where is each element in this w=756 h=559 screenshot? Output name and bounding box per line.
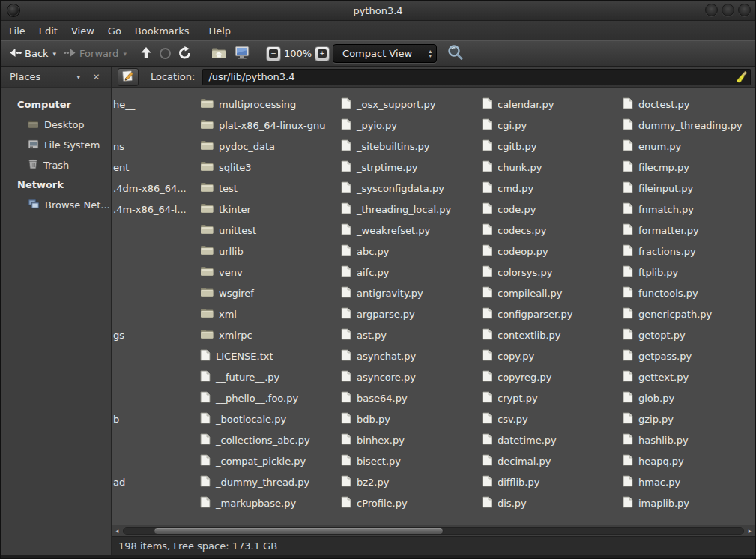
zoom-in-button[interactable]: + xyxy=(315,46,330,61)
file-item[interactable]: datetime.py xyxy=(482,429,623,450)
file-item[interactable]: codeop.py xyxy=(482,241,623,262)
chevron-down-icon[interactable]: ▾ xyxy=(76,73,80,81)
scrollbar-thumb[interactable] xyxy=(154,528,444,534)
minimize-button[interactable] xyxy=(705,4,718,16)
file-item[interactable]: _collections_abc.py xyxy=(200,429,341,450)
file-item[interactable]: functools.py xyxy=(623,282,750,303)
file-item[interactable]: _osx_support.py xyxy=(341,94,482,115)
file-item[interactable]: getopt.py xyxy=(623,324,750,345)
places-pane-selector[interactable]: Places ▾ ✕ xyxy=(1,67,111,88)
file-item[interactable]: hmac.py xyxy=(623,471,750,492)
menu-item-help[interactable]: Help xyxy=(202,22,238,40)
back-button[interactable]: Back ▾ xyxy=(5,45,60,63)
file-item[interactable]: _threading_local.py xyxy=(341,199,482,220)
file-item[interactable]: fileinput.py xyxy=(623,178,750,199)
file-item[interactable]: decimal.py xyxy=(482,450,623,471)
file-item[interactable]: getpass.py xyxy=(623,345,750,366)
clipped-file-item[interactable]: ns xyxy=(113,136,200,157)
file-item[interactable]: fractions.py xyxy=(623,241,750,262)
folder-item[interactable]: plat-x86_64-linux-gnu xyxy=(200,115,341,136)
folder-item[interactable]: venv xyxy=(200,262,341,282)
menu-item-go[interactable]: Go xyxy=(101,22,128,40)
folder-item[interactable]: sqlite3 xyxy=(200,157,341,178)
file-item[interactable]: compileall.py xyxy=(482,282,623,303)
close-button[interactable] xyxy=(738,4,751,16)
file-item[interactable]: codecs.py xyxy=(482,220,623,241)
file-item[interactable]: cgi.py xyxy=(482,115,623,136)
file-item[interactable]: antigravity.py xyxy=(341,282,482,303)
file-item[interactable]: contextlib.py xyxy=(482,324,623,345)
sidebar-item-desktop[interactable]: Desktop xyxy=(1,115,111,135)
folder-item[interactable]: wsgiref xyxy=(200,282,341,303)
view-mode-dropdown[interactable]: Compact View ▴▾ xyxy=(333,44,437,63)
up-button[interactable] xyxy=(136,43,156,64)
file-item[interactable]: dummy_threading.py xyxy=(623,115,750,136)
file-item[interactable]: crypt.py xyxy=(482,387,623,408)
forward-history-chevron-icon[interactable]: ▾ xyxy=(123,50,127,58)
clipped-file-item[interactable]: b xyxy=(113,408,200,429)
clipped-file-item[interactable]: gs xyxy=(113,324,200,345)
home-button[interactable] xyxy=(208,43,230,64)
desktop-button[interactable] xyxy=(230,43,254,65)
file-item[interactable]: cmd.py xyxy=(482,178,623,199)
edit-location-button[interactable] xyxy=(118,68,139,86)
file-item[interactable]: cProfile.py xyxy=(341,492,482,513)
file-item[interactable]: base64.py xyxy=(341,387,482,408)
file-item[interactable]: argparse.py xyxy=(341,303,482,324)
scrollbar-track[interactable] xyxy=(123,527,744,535)
clipped-file-item[interactable]: ent xyxy=(113,157,200,178)
file-item[interactable]: _strptime.py xyxy=(341,157,482,178)
file-item[interactable]: doctest.py xyxy=(623,94,750,115)
file-item[interactable]: cgitb.py xyxy=(482,136,623,157)
file-item[interactable]: gettext.py xyxy=(623,366,750,387)
file-item[interactable]: code.py xyxy=(482,199,623,220)
folder-item[interactable]: multiprocessing xyxy=(200,94,341,115)
file-item[interactable]: gzip.py xyxy=(623,408,750,429)
file-item[interactable]: _markupbase.py xyxy=(200,492,341,513)
sidebar-item-file-system[interactable]: File System xyxy=(1,135,111,155)
menu-item-edit[interactable]: Edit xyxy=(32,22,64,40)
file-item[interactable]: hashlib.py xyxy=(623,429,750,450)
window-menu-icon[interactable] xyxy=(7,4,20,17)
file-item[interactable]: configparser.py xyxy=(482,303,623,324)
file-item[interactable]: bdb.py xyxy=(341,408,482,429)
folder-item[interactable]: xmlrpc xyxy=(200,324,341,345)
stop-button[interactable] xyxy=(156,45,175,62)
clipped-file-item[interactable]: he__ xyxy=(113,94,200,115)
sidebar-item-browse-net-[interactable]: Browse Net... xyxy=(1,195,111,215)
file-item[interactable]: copyreg.py xyxy=(482,366,623,387)
file-item[interactable]: heapq.py xyxy=(623,450,750,471)
file-item[interactable]: bz2.py xyxy=(341,471,482,492)
zoom-out-button[interactable]: − xyxy=(266,46,281,61)
file-item[interactable]: _sysconfigdata.py xyxy=(341,178,482,199)
folder-item[interactable]: test xyxy=(200,178,341,199)
close-sidebar-icon[interactable]: ✕ xyxy=(92,72,100,82)
file-item[interactable]: chunk.py xyxy=(482,157,623,178)
clipped-file-item[interactable]: ad xyxy=(113,471,200,492)
file-item[interactable]: asyncore.py xyxy=(341,366,482,387)
sidebar-item-trash[interactable]: Trash xyxy=(1,155,111,175)
forward-button[interactable]: Forward ▾ xyxy=(60,45,130,63)
folder-item[interactable]: pydoc_data xyxy=(200,136,341,157)
file-item[interactable]: _bootlocale.py xyxy=(200,408,341,429)
file-item[interactable]: _compat_pickle.py xyxy=(200,450,341,471)
file-item[interactable]: _weakrefset.py xyxy=(341,220,482,241)
scroll-right-arrow-icon[interactable]: ▸ xyxy=(745,527,755,534)
file-item[interactable]: LICENSE.txt xyxy=(200,345,341,366)
file-item[interactable]: _dummy_thread.py xyxy=(200,471,341,492)
file-item[interactable]: formatter.py xyxy=(623,220,750,241)
file-item[interactable]: fnmatch.py xyxy=(623,199,750,220)
folder-item[interactable]: tkinter xyxy=(200,199,341,220)
scroll-left-arrow-icon[interactable]: ◂ xyxy=(112,527,122,534)
file-item[interactable]: ftplib.py xyxy=(623,262,750,282)
file-item[interactable]: calendar.py xyxy=(482,94,623,115)
menu-item-file[interactable]: File xyxy=(2,22,32,40)
file-item[interactable]: _sitebuiltins.py xyxy=(341,136,482,157)
file-item[interactable]: dis.py xyxy=(482,492,623,513)
location-input[interactable] xyxy=(202,69,751,85)
file-item[interactable]: copy.py xyxy=(482,345,623,366)
file-item[interactable]: __future__.py xyxy=(200,366,341,387)
file-item[interactable]: abc.py xyxy=(341,241,482,262)
file-item[interactable]: bisect.py xyxy=(341,450,482,471)
spinner-arrows-icon[interactable]: ▴▾ xyxy=(423,49,432,58)
